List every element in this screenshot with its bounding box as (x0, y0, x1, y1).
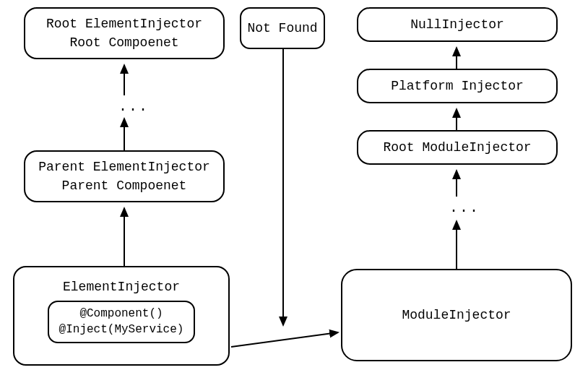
left-ellipsis: ... (118, 98, 149, 115)
null-injector-label: NullInjector (410, 15, 504, 34)
root-element-injector-box: Root ElementInjector Root Compoenet (24, 7, 225, 59)
root-module-injector-label: Root ModuleInjector (383, 138, 531, 157)
component-annotation: @Component() (59, 306, 184, 322)
not-found-box: Not Found (240, 7, 325, 49)
module-injector-box: ModuleInjector (341, 269, 572, 361)
platform-injector-box: Platform Injector (357, 69, 558, 103)
root-module-injector-box: Root ModuleInjector (357, 130, 558, 165)
null-injector-box: NullInjector (357, 7, 558, 42)
element-injector-box: ElementInjector @Component() @Inject(MyS… (13, 266, 230, 366)
root-element-injector-line1: Root ElementInjector (46, 14, 202, 33)
right-ellipsis: ... (449, 199, 480, 216)
element-injector-title: ElementInjector (63, 277, 180, 296)
parent-element-injector-box: Parent ElementInjector Parent Compoenet (24, 150, 225, 202)
module-injector-label: ModuleInjector (402, 306, 511, 324)
svg-line-4 (231, 332, 338, 347)
inject-annotation: @Inject(MyService) (59, 322, 184, 338)
platform-injector-label: Platform Injector (391, 77, 524, 95)
parent-element-injector-line2: Parent Compoenet (62, 176, 187, 195)
root-element-injector-line2: Root Compoenet (69, 33, 178, 52)
parent-element-injector-line1: Parent ElementInjector (38, 158, 210, 176)
not-found-label: Not Found (247, 19, 317, 38)
component-inject-box: @Component() @Inject(MyService) (48, 301, 196, 343)
